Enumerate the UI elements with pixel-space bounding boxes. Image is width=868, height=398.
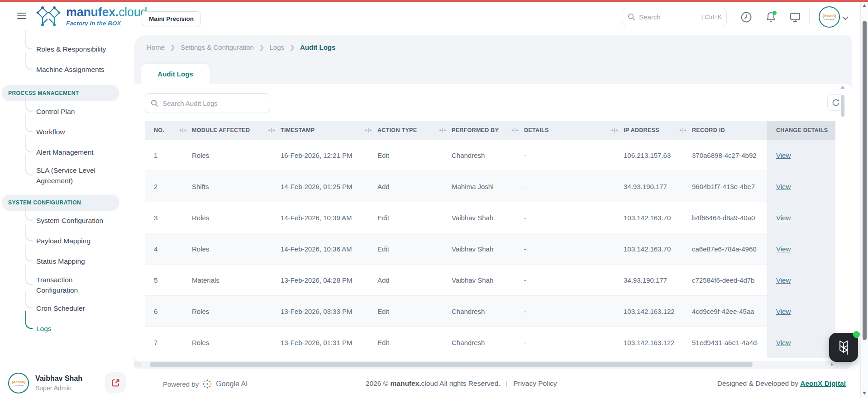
chat-widget-button[interactable]	[829, 333, 858, 362]
column-header-details[interactable]: DETAILS	[515, 121, 615, 140]
sidebar-item-label: Machine Assignments	[36, 64, 105, 75]
column-resize-handle-icon[interactable]	[679, 128, 687, 133]
tree-connector-icon	[25, 135, 33, 152]
column-resize-handle-icon[interactable]	[611, 128, 618, 133]
breadcrumb-settings[interactable]: Settings & Configuration	[181, 43, 254, 51]
view-link[interactable]: View	[776, 245, 791, 253]
cell-no: 4	[145, 233, 183, 264]
sidebar-item-label: Payload Mapping	[36, 236, 91, 246]
sidebar-item-control-plan[interactable]: Control Plan	[0, 101, 133, 122]
scrollbar-up-arrow-icon[interactable]	[863, 4, 866, 7]
cell-performed-by: Chandresh	[443, 140, 515, 171]
global-search-input[interactable]	[639, 13, 701, 21]
column-header-label: RECORD ID	[692, 127, 725, 133]
user-avatar[interactable]: {AeonX} 4.0 Onwards	[819, 6, 840, 28]
table-row: 5 Materials 13-Feb-2026, 04:28 PM Add Va…	[145, 265, 835, 296]
sidebar-item-roles-responsibility[interactable]: Roles & Responsibility	[0, 39, 133, 59]
notifications-button[interactable]	[764, 10, 777, 24]
column-header-label: ACTION TYPE	[377, 127, 417, 133]
view-link[interactable]: View	[776, 339, 791, 346]
aeonx-digital-link[interactable]: AeonX Digital	[800, 379, 846, 387]
column-header-action-type[interactable]: ACTION TYPE	[368, 121, 443, 140]
search-icon	[628, 13, 635, 21]
cell-module-affected: Roles	[183, 296, 272, 327]
column-header-change-details[interactable]: CHANGE DETAILS	[767, 121, 835, 140]
sidebar-item-transaction-configuration[interactable]: Transaction Configuration	[0, 272, 133, 298]
sidebar-item-machine-assignments[interactable]: Machine Assignments	[0, 59, 133, 80]
sidebar-item-payload-mapping[interactable]: Payload Mapping	[0, 231, 133, 251]
page-scrollbar-thumb[interactable]	[863, 21, 867, 340]
powered-by-label: Powered by	[163, 380, 199, 388]
tree-connector-icon	[25, 94, 33, 112]
table-scrollbar-thumb[interactable]	[841, 95, 844, 117]
cell-record-id: ca6e87e6-784a-4960	[683, 233, 767, 264]
column-header-ip-address[interactable]: IP ADDRESS	[615, 121, 683, 140]
horizontal-scrollbar-thumb[interactable]	[150, 362, 753, 367]
column-resize-handle-icon[interactable]	[365, 128, 372, 133]
privacy-policy-link[interactable]: Privacy Policy	[513, 379, 557, 387]
column-header-timestamp[interactable]: TIMESTAMP	[272, 121, 368, 140]
scroll-up-arrow-icon[interactable]	[840, 85, 845, 89]
view-link[interactable]: View	[776, 276, 791, 284]
table-body: 1 Roles 16-Feb-2026, 12:21 PM Edit Chand…	[145, 140, 835, 358]
column-header-no[interactable]: NO.	[145, 121, 183, 140]
table-row: 2 Shifts 14-Feb-2026, 01:25 PM Add Mahim…	[145, 171, 835, 202]
sidebar-item-status-mapping[interactable]: Status Mapping	[0, 251, 133, 272]
column-header-record-id[interactable]: RECORD ID	[683, 121, 767, 140]
hamburger-menu-icon[interactable]	[17, 13, 26, 19]
breadcrumb-home[interactable]: Home	[147, 43, 165, 51]
cell-ip-address: 103.142.163.70	[615, 233, 683, 264]
scroll-right-arrow-icon[interactable]	[831, 363, 834, 366]
column-header-label: NO.	[154, 127, 164, 133]
footer-user-role: Super Admin	[35, 384, 72, 392]
organization-chip[interactable]: Maini Precision	[142, 11, 201, 26]
sidebar-item-workflow[interactable]: Workflow	[0, 122, 133, 142]
tree-connector-icon	[25, 155, 33, 175]
table-search[interactable]	[145, 93, 270, 113]
cell-action-type: Edit	[368, 202, 443, 233]
logout-button[interactable]	[105, 372, 126, 393]
sidebar-item-system-configuration[interactable]: System Configuration	[0, 211, 133, 231]
global-search[interactable]: | Ctrl+K	[622, 8, 727, 26]
scroll-left-button[interactable]	[134, 362, 142, 367]
cell-change-details: View	[767, 140, 835, 171]
table-row: 7 Roles 13-Feb-2026, 01:31 PM Edit Chand…	[145, 327, 835, 358]
footer-avatar[interactable]: {AeonX} 4.0 Onwards	[8, 373, 29, 393]
scrollbar-down-arrow-icon[interactable]	[863, 392, 866, 395]
profile-menu-chevron[interactable]	[842, 14, 849, 22]
cell-timestamp: 13-Feb-2026, 01:31 PM	[272, 327, 368, 358]
breadcrumb-logs[interactable]: Logs	[270, 43, 285, 51]
display-button[interactable]	[788, 10, 802, 24]
sidebar-item-logs[interactable]: Logs	[0, 318, 133, 339]
audit-logs-search-input[interactable]	[162, 100, 264, 107]
column-resize-handle-icon[interactable]	[511, 128, 519, 133]
sidebar-item-sla-service-level-agreement[interactable]: SLA (Service Level Agreement)	[0, 162, 133, 189]
tab-audit-logs[interactable]: Audit Logs	[141, 64, 210, 84]
cell-details: -	[515, 140, 615, 171]
sidebar-item-label: Status Mapping	[36, 256, 85, 266]
brand-name-bold: manufex.	[66, 5, 119, 19]
top-accent-bar	[0, 0, 868, 2]
page-scrollbar[interactable]	[860, 0, 868, 398]
column-resize-handle-icon[interactable]	[439, 128, 446, 133]
column-header-performed-by[interactable]: PERFORMED BY	[443, 121, 515, 140]
sidebar-section-label: SYSTEM CONFIGURATION	[8, 199, 81, 206]
tree-connector-icon	[25, 311, 33, 329]
tree-connector-icon	[25, 244, 33, 262]
brand-tagline: Factory in the BOX	[66, 20, 147, 27]
sidebar-item-alert-management[interactable]: Alert Management	[0, 142, 133, 162]
app-logo[interactable]: manufex.cloud Factory in the BOX	[35, 5, 147, 28]
view-link[interactable]: View	[776, 308, 791, 315]
table-horizontal-scrollbar[interactable]	[134, 362, 852, 367]
copyright-separator: |	[506, 379, 508, 387]
column-resize-handle-icon[interactable]	[179, 128, 186, 133]
column-resize-handle-icon[interactable]	[268, 128, 275, 133]
column-header-module-affected[interactable]: MODULE AFFECTED	[183, 121, 272, 140]
view-link[interactable]: View	[776, 152, 791, 159]
view-link[interactable]: View	[776, 214, 791, 222]
cell-details: -	[515, 265, 615, 295]
table-row: 1 Roles 16-Feb-2026, 12:21 PM Edit Chand…	[145, 140, 835, 171]
sidebar-item-cron-scheduler[interactable]: Cron Scheduler	[0, 298, 133, 318]
view-link[interactable]: View	[776, 183, 791, 190]
history-clock-button[interactable]	[739, 10, 753, 24]
